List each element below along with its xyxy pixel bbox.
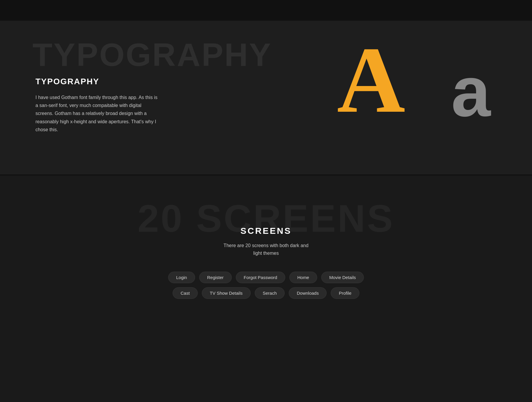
tag-cast[interactable]: Cast — [173, 287, 198, 299]
typography-left: TYPOGRAPHY TYPOGRAPHY I have used Gotham… — [35, 44, 319, 134]
screens-section: 20 SCREENS SCREENS There are 20 screens … — [0, 176, 532, 328]
top-bar — [0, 0, 532, 21]
screens-title: SCREENS — [240, 226, 291, 236]
tag-serach[interactable]: Serach — [255, 287, 285, 299]
typography-description: I have used Gotham font family through t… — [35, 93, 160, 134]
letter-A-large: A — [337, 33, 405, 127]
typography-section: TYPOGRAPHY TYPOGRAPHY I have used Gotham… — [0, 21, 532, 174]
tags-row-1: Login Register Forgot Password Home Movi… — [168, 272, 364, 283]
typography-content: TYPOGRAPHY I have used Gotham font famil… — [35, 77, 319, 134]
letter-a-small: a — [451, 56, 491, 127]
typography-right: A a — [319, 44, 497, 151]
tag-movie-details[interactable]: Movie Details — [321, 272, 364, 283]
tag-home[interactable]: Home — [289, 272, 317, 283]
tag-login[interactable]: Login — [168, 272, 195, 283]
tag-forgot-password[interactable]: Forgot Password — [236, 272, 285, 283]
tag-register[interactable]: Register — [199, 272, 232, 283]
typography-bg-text: TYPOGRAPHY — [33, 38, 272, 71]
tag-downloads[interactable]: Downloads — [289, 287, 327, 299]
tag-profile[interactable]: Profile — [331, 287, 359, 299]
tags-row-2: Cast TV Show Details Serach Downloads Pr… — [173, 287, 359, 299]
typography-title: TYPOGRAPHY — [35, 77, 319, 86]
screens-tags: Login Register Forgot Password Home Movi… — [168, 272, 364, 299]
screens-description: There are 20 screens with both dark and … — [223, 242, 308, 257]
tag-tv-show-details[interactable]: TV Show Details — [202, 287, 251, 299]
